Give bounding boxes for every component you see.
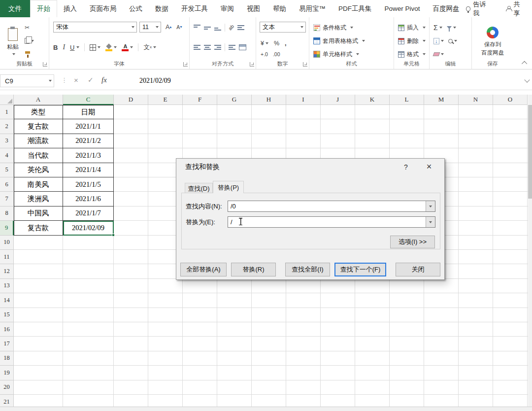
conditional-formatting-button[interactable]: 条件格式 xyxy=(313,23,353,33)
cell-A9[interactable]: 复古款 xyxy=(14,221,63,235)
formula-input[interactable]: 2021/02/09 xyxy=(139,72,171,90)
cell-A5[interactable]: 英伦风 xyxy=(14,163,63,177)
column-header-L[interactable]: L xyxy=(390,95,424,105)
row-header-17[interactable]: 17 xyxy=(0,337,14,351)
row-header-13[interactable]: 13 xyxy=(0,279,14,293)
sort-filter-button[interactable] xyxy=(447,26,456,29)
column-header-M[interactable]: M xyxy=(424,95,459,105)
number-dialog-launcher-icon[interactable] xyxy=(303,62,307,67)
ribbon-tab-review[interactable]: 审阅 xyxy=(214,0,240,17)
number-format-select[interactable]: 文本 xyxy=(260,22,306,33)
autosum-button[interactable]: Σ xyxy=(433,24,442,31)
ribbon-tab-baidu-netdisk[interactable]: 百度网盘 xyxy=(427,0,466,17)
ribbon-tab-view[interactable]: 视图 xyxy=(240,0,266,17)
paste-button[interactable]: 粘贴 xyxy=(3,21,22,62)
merge-center-icon[interactable] xyxy=(239,44,246,50)
alignment-dialog-launcher-icon[interactable] xyxy=(250,62,254,67)
tab-replace[interactable]: 替换(P) xyxy=(213,181,244,193)
name-box[interactable]: C9 xyxy=(0,74,54,87)
column-header-H[interactable]: H xyxy=(252,95,286,105)
column-header-D[interactable]: D xyxy=(114,95,148,105)
ribbon-tab-file[interactable]: 文件 xyxy=(0,0,30,17)
tell-me-button[interactable]: 告诉我 xyxy=(466,0,492,18)
replace-with-dropdown-button[interactable] xyxy=(426,217,435,227)
row-header-19[interactable]: 19 xyxy=(0,366,14,380)
underline-dropdown-icon[interactable] xyxy=(76,46,79,48)
replace-all-button[interactable]: 全部替换(A) xyxy=(180,263,227,276)
row-header-20[interactable]: 20 xyxy=(0,380,14,395)
decrease-indent-icon[interactable] xyxy=(229,44,235,50)
replace-with-input[interactable]: / xyxy=(228,216,435,228)
copy-button[interactable] xyxy=(25,36,34,45)
formula-bar-splitter[interactable]: ⋮ xyxy=(61,76,67,84)
align-top-icon[interactable] xyxy=(194,25,200,31)
italic-button[interactable]: I xyxy=(63,44,65,51)
accounting-format-button[interactable]: ¥ xyxy=(261,40,268,47)
column-header-G[interactable]: G xyxy=(217,95,252,105)
cell-C7[interactable]: 2021/1/6 xyxy=(63,192,114,206)
align-center-icon[interactable] xyxy=(204,44,211,50)
decrease-font-size-icon[interactable]: A▾ xyxy=(176,25,182,30)
align-middle-icon[interactable] xyxy=(204,25,211,31)
increase-font-size-icon[interactable]: A▴ xyxy=(166,24,171,31)
cell-A7[interactable]: 澳洲风 xyxy=(14,192,63,206)
row-header-4[interactable]: 4 xyxy=(0,148,14,163)
row-header-7[interactable]: 7 xyxy=(0,192,14,206)
column-header-J[interactable]: J xyxy=(321,95,355,105)
delete-cells-button[interactable]: 删除 xyxy=(398,36,426,46)
column-header-C[interactable]: C xyxy=(63,95,114,105)
phonetic-guide-button[interactable]: 文x xyxy=(143,44,156,51)
find-select-button[interactable] xyxy=(448,39,457,43)
row-header-16[interactable]: 16 xyxy=(0,322,14,337)
percent-style-icon[interactable]: % xyxy=(274,40,279,47)
ribbon-tab-page-layout[interactable]: 页面布局 xyxy=(83,0,123,17)
cell-A3[interactable]: 潮流款 xyxy=(14,134,63,148)
row-header-15[interactable]: 15 xyxy=(0,308,14,322)
text-orientation-icon[interactable]: ab xyxy=(228,24,235,32)
row-header-18[interactable]: 18 xyxy=(0,351,14,366)
bold-button[interactable]: B xyxy=(53,44,58,51)
find-what-dropdown-button[interactable] xyxy=(426,201,435,211)
row-header-1[interactable]: 1 xyxy=(0,105,14,119)
ribbon-tab-insert[interactable]: 插入 xyxy=(57,0,83,17)
replace-button[interactable]: 替换(R) xyxy=(231,263,276,276)
cell-A1[interactable]: 类型 xyxy=(14,105,63,119)
active-cell-selection[interactable] xyxy=(63,221,114,235)
column-header-I[interactable]: I xyxy=(286,95,321,105)
clear-button[interactable] xyxy=(433,52,444,56)
align-right-icon[interactable] xyxy=(214,44,221,50)
row-header-10[interactable]: 10 xyxy=(0,236,14,250)
enter-icon[interactable]: ✓ xyxy=(88,76,94,84)
ribbon-tab-home[interactable]: 开始 xyxy=(30,0,57,17)
row-header-5[interactable]: 5 xyxy=(0,163,14,177)
font-color-button[interactable]: A xyxy=(122,44,133,51)
ribbon-tab-pdf-tools[interactable]: PDF工具集 xyxy=(332,0,378,17)
increase-decimal-icon[interactable]: +.0 xyxy=(261,52,268,57)
ribbon-tab-yiyongbao[interactable]: 易用宝™ xyxy=(293,0,332,17)
ribbon-tab-data[interactable]: 数据 xyxy=(149,0,175,17)
cell-A4[interactable]: 当代款 xyxy=(14,148,63,163)
cell-A2[interactable]: 复古款 xyxy=(14,119,63,134)
cell-C1[interactable]: 日期 xyxy=(63,105,114,119)
clipboard-dialog-launcher-icon[interactable] xyxy=(43,62,47,67)
font-dialog-launcher-icon[interactable] xyxy=(183,62,188,67)
ribbon-tab-formulas[interactable]: 公式 xyxy=(123,0,149,17)
ribbon-tab-help[interactable]: 帮助 xyxy=(266,0,293,17)
cell-C3[interactable]: 2021/1/2 xyxy=(63,134,114,148)
ribbon-tab-power-pivot[interactable]: Power Pivot xyxy=(378,0,427,17)
formula-bar-expand-icon[interactable] xyxy=(524,77,530,82)
comma-style-icon[interactable]: , xyxy=(285,40,286,47)
align-bottom-icon[interactable] xyxy=(214,25,221,31)
cell-C8[interactable]: 2021/1/7 xyxy=(63,206,114,221)
dialog-close-button[interactable]: × xyxy=(421,160,437,173)
insert-function-icon[interactable]: fx xyxy=(101,76,107,84)
row-header-3[interactable]: 3 xyxy=(0,134,14,148)
dialog-help-button[interactable]: ? xyxy=(399,161,413,173)
row-header-11[interactable]: 11 xyxy=(0,250,14,264)
column-header-E[interactable]: E xyxy=(148,95,183,105)
underline-button[interactable]: U xyxy=(70,44,74,51)
column-header-O[interactable]: O xyxy=(493,95,528,105)
cell-A8[interactable]: 中国风 xyxy=(14,206,63,221)
format-painter-button[interactable] xyxy=(25,50,34,59)
format-as-table-button[interactable]: 套用表格格式 xyxy=(313,36,365,46)
